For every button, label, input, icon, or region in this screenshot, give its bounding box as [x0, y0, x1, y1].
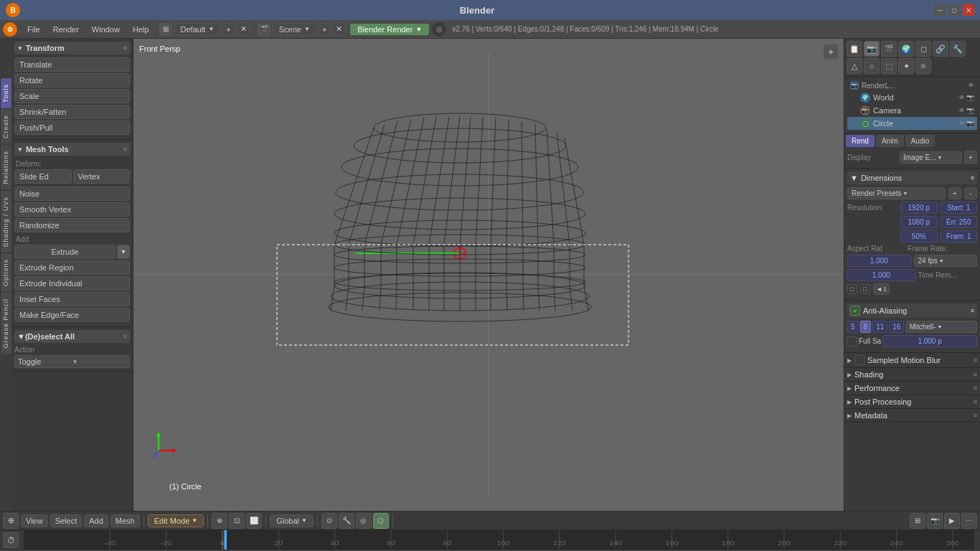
scene-selector[interactable]: Scene▼: [273, 23, 316, 36]
inset-faces-btn[interactable]: Inset Faces: [14, 292, 130, 306]
circle-item[interactable]: ◯ Circle 👁 📷: [847, 117, 977, 130]
sampled-checkbox[interactable]: [854, 355, 864, 365]
resolution-y-field[interactable]: 1080 p: [900, 216, 938, 228]
render-engine-btn[interactable]: Blender Render ▼: [350, 24, 429, 35]
layout-selector[interactable]: Default▼: [174, 23, 221, 36]
fps-selector[interactable]: 24 fps ▼: [914, 255, 978, 267]
menu-render[interactable]: Render: [47, 24, 85, 35]
shrink-fatten-btn[interactable]: Shrink/Fatten: [14, 105, 130, 119]
scene-remove-btn[interactable]: ✕: [332, 22, 346, 36]
frame-end-field[interactable]: En: 250: [941, 216, 978, 228]
aa-checkbox[interactable]: ✓: [850, 306, 860, 316]
aa-filter-selector[interactable]: Mitchell- ▼: [905, 321, 977, 333]
layout-remove-btn[interactable]: ✕: [237, 22, 250, 36]
vert-select-icon[interactable]: ⊕: [212, 513, 227, 529]
image-editor-selector[interactable]: Image E... ▼: [900, 151, 962, 164]
view-btn[interactable]: View: [21, 514, 48, 527]
overlay-icon[interactable]: ⊞: [910, 513, 925, 529]
data-btn[interactable]: △: [847, 58, 862, 74]
render-tab-rend[interactable]: Rend: [846, 135, 875, 147]
vert-tab-grease[interactable]: Grease Pencil: [0, 292, 11, 354]
aa-8[interactable]: 8: [860, 321, 872, 333]
material-btn[interactable]: ○: [864, 58, 880, 74]
layout-add-btn[interactable]: +: [222, 23, 234, 36]
cam-eye-icon[interactable]: 👁: [958, 107, 965, 114]
edge-select-icon[interactable]: ⊡: [229, 513, 245, 529]
sampled-motion-section[interactable]: ▶ Sampled Motion Blur ≡: [844, 353, 980, 368]
circ-eye-icon[interactable]: 👁: [958, 120, 965, 127]
dimensions-header[interactable]: ▼ Dimensions ≡: [847, 171, 977, 184]
snap-icon[interactable]: 🔧: [339, 513, 354, 529]
close-button[interactable]: ✕: [963, 4, 974, 16]
timeline-icon[interactable]: ⏱: [3, 532, 19, 548]
frame-nav[interactable]: ◄ 1: [873, 283, 890, 295]
timeline-ruler[interactable]: -40 -20 0 20 40 60 80 100 120 140 160 18…: [24, 530, 974, 550]
time-toggle1[interactable]: □: [847, 284, 857, 294]
render-presets-btn[interactable]: Render Presets ▼: [847, 187, 946, 199]
menu-window[interactable]: Window: [86, 24, 126, 35]
aa-header[interactable]: ✓ Anti-Aliasing ≡: [847, 303, 977, 318]
constraints-btn[interactable]: 🔗: [933, 41, 948, 57]
deselect-header[interactable]: ▼ (De)select All ≡: [14, 330, 130, 343]
vert-tab-shading[interactable]: Shading / UVs: [0, 190, 11, 253]
push-pull-btn[interactable]: Push/Pull: [14, 121, 130, 135]
display-plus-btn[interactable]: +: [964, 151, 977, 164]
scene-add-btn[interactable]: +: [319, 23, 330, 36]
onion-icon[interactable]: ⬡: [373, 513, 389, 529]
render-tab-anim[interactable]: Anim: [876, 135, 904, 147]
mode-selector[interactable]: Edit Mode ▼: [148, 514, 204, 527]
cam-render-icon[interactable]: 📷: [966, 107, 974, 114]
world-props-btn[interactable]: 🌍: [898, 41, 914, 57]
noise-btn[interactable]: Noise: [14, 187, 130, 201]
menu-file[interactable]: File: [22, 24, 46, 35]
vert-tab-create[interactable]: Create: [0, 108, 11, 144]
select-btn[interactable]: Select: [50, 514, 83, 527]
extrude-region-btn[interactable]: Extrude Region: [14, 260, 130, 275]
more-icon[interactable]: ⋯: [961, 513, 977, 529]
full-sample-checkbox[interactable]: [847, 336, 857, 347]
render-camera-item[interactable]: 📷 RenderL... 👁: [847, 80, 977, 91]
add-btn[interactable]: Add: [84, 514, 108, 527]
transform-header[interactable]: ▼ Transform ≡: [14, 42, 130, 55]
texture-btn[interactable]: ⬚: [881, 58, 897, 74]
render-tab-audio[interactable]: Audio: [905, 135, 936, 147]
object-props-btn[interactable]: ◻: [915, 41, 931, 57]
vert-tab-options[interactable]: Options: [0, 253, 11, 292]
game-icon[interactable]: ▶: [944, 513, 960, 529]
aa-value-field[interactable]: 1.000 p: [882, 335, 977, 347]
vert-tab-relations[interactable]: Relations: [0, 144, 11, 190]
scene-props-btn[interactable]: 🎬: [881, 41, 897, 57]
scale-field[interactable]: 50%: [900, 230, 938, 242]
render-presets-add[interactable]: +: [948, 187, 961, 199]
rotate-btn[interactable]: Rotate: [14, 73, 130, 88]
render-view-icon[interactable]: 📷: [927, 513, 943, 529]
aa-16[interactable]: 16: [889, 321, 904, 333]
metadata-section[interactable]: ▶ Metadata ≡: [844, 409, 980, 423]
viewport[interactable]: Front Persp +: [133, 39, 844, 511]
face-select-icon[interactable]: ⬜: [246, 513, 262, 529]
pivot-icon[interactable]: ⊙: [321, 513, 337, 529]
aspect-x-field[interactable]: 1.000: [847, 255, 911, 267]
extrude-individual-btn[interactable]: Extrude Individual: [14, 276, 130, 291]
world-eye-icon[interactable]: 👁: [958, 94, 965, 101]
camera-item[interactable]: 📷 Camera 👁 📷: [847, 104, 977, 117]
smooth-vertex-btn[interactable]: Smooth Vertex: [14, 202, 130, 217]
particle-btn[interactable]: ✦: [898, 58, 914, 74]
render-props-btn[interactable]: 📷: [864, 41, 880, 57]
viewport-add-btn[interactable]: +: [824, 44, 838, 59]
resolution-x-field[interactable]: 1920 p: [900, 202, 938, 214]
proportional-icon[interactable]: ◎: [356, 513, 372, 529]
translate-btn[interactable]: Translate: [14, 57, 130, 72]
aspect-y-field[interactable]: 1.000: [847, 269, 915, 281]
maximize-button[interactable]: □: [948, 4, 960, 16]
aa-5[interactable]: 5: [847, 321, 859, 333]
vert-tab-tools[interactable]: Tools: [0, 77, 11, 108]
performance-section[interactable]: ▶ Performance ≡: [844, 382, 980, 395]
minimize-button[interactable]: ─: [934, 4, 946, 16]
menu-help[interactable]: Help: [127, 24, 155, 35]
mesh-tools-header[interactable]: ▼ Mesh Tools ≡: [14, 143, 130, 156]
world-render-icon[interactable]: 📷: [966, 94, 974, 101]
post-processing-section[interactable]: ▶ Post Processing ≡: [844, 395, 980, 409]
randomize-btn[interactable]: Randomize: [14, 218, 130, 232]
world-item[interactable]: 🌍 World 👁 📷: [847, 91, 977, 104]
